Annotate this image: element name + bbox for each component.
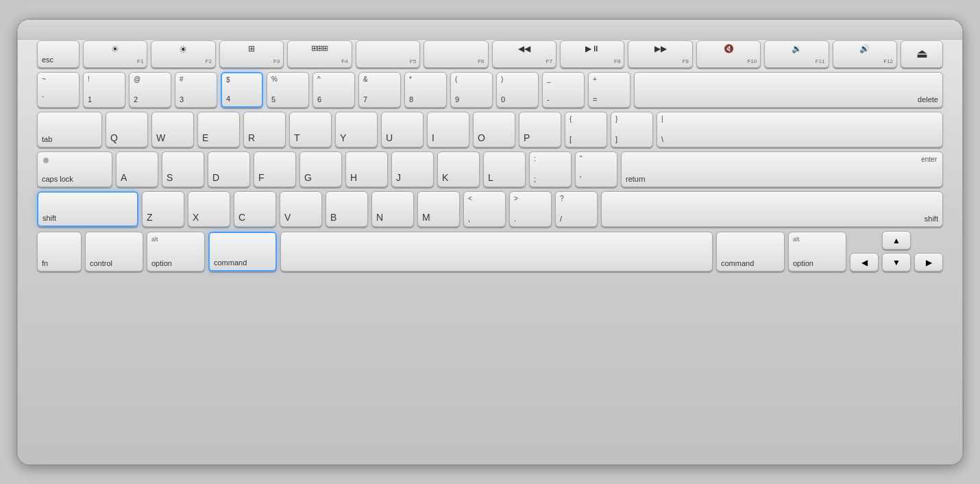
key-caps-lock[interactable]: caps lock (37, 152, 112, 187)
key-bracket-right[interactable]: } ] (611, 112, 653, 147)
key-z[interactable]: Z (142, 191, 184, 227)
key-p[interactable]: P (519, 112, 561, 147)
key-9[interactable]: ( 9 (450, 72, 493, 108)
key-quote[interactable]: " ' (575, 152, 617, 187)
key-j[interactable]: J (391, 152, 434, 187)
function-key-row: esc ☀ F1 ☀ F2 ⊞ F3 ⊞⊞⊞ F4 F5 F6 (37, 40, 943, 68)
key-m[interactable]: M (417, 191, 460, 227)
key-delete[interactable]: delete (634, 72, 943, 108)
key-i[interactable]: I (427, 112, 469, 147)
key-c[interactable]: C (234, 191, 276, 227)
key-8[interactable]: * 8 (404, 72, 447, 108)
key-5[interactable]: % 5 (267, 72, 309, 108)
key-command-right[interactable]: command (716, 232, 785, 271)
key-a[interactable]: A (116, 152, 158, 187)
qwerty-row: tab Q W E R T Y U I O P { [ } ] | \ (37, 112, 943, 147)
key-return[interactable]: enter return (621, 152, 943, 187)
key-arrow-up[interactable]: ▲ (882, 231, 911, 250)
key-w[interactable]: W (151, 112, 194, 147)
key-0[interactable]: ) 0 (496, 72, 539, 108)
key-arrow-left[interactable]: ◀ (850, 253, 879, 271)
key-slash[interactable]: ? / (555, 191, 598, 227)
key-f1[interactable]: ☀ F1 (83, 40, 147, 68)
key-shift-left[interactable]: shift (37, 191, 138, 227)
key-3[interactable]: # 3 (175, 72, 217, 108)
key-t[interactable]: T (289, 112, 332, 147)
key-x[interactable]: X (188, 191, 230, 227)
key-g[interactable]: G (299, 152, 342, 187)
key-arrow-right[interactable]: ▶ (914, 253, 943, 271)
key-minus[interactable]: _ - (542, 72, 585, 108)
keyboard: esc ☀ F1 ☀ F2 ⊞ F3 ⊞⊞⊞ F4 F5 F6 (17, 19, 963, 465)
key-r[interactable]: R (243, 112, 286, 147)
key-arrow-down[interactable]: ▼ (882, 253, 911, 271)
key-f[interactable]: F (254, 152, 296, 187)
zxcv-row: shift Z X C V B N M < , > . ? / shift (37, 191, 943, 227)
key-q[interactable]: Q (106, 112, 148, 147)
key-equals[interactable]: + = (588, 72, 630, 108)
key-eject[interactable]: ⏏ (901, 40, 943, 68)
key-k[interactable]: K (437, 152, 480, 187)
arrow-key-cluster: ▲ ◀ ▼ ▶ (850, 231, 943, 271)
key-b[interactable]: B (326, 191, 368, 227)
key-shift-right[interactable]: shift (601, 191, 943, 227)
key-v[interactable]: V (280, 191, 322, 227)
key-o[interactable]: O (473, 112, 515, 147)
key-f10[interactable]: 🔇 F10 (696, 40, 761, 68)
key-period[interactable]: > . (509, 191, 552, 227)
key-control[interactable]: control (85, 232, 143, 271)
key-1[interactable]: ! 1 (83, 72, 125, 108)
key-comma[interactable]: < , (463, 191, 506, 227)
key-f2[interactable]: ☀ F2 (151, 40, 215, 68)
key-2[interactable]: @ 2 (129, 72, 171, 108)
key-f7[interactable]: ◀◀ F7 (492, 40, 556, 68)
key-4[interactable]: $ 4 (221, 72, 263, 108)
key-s[interactable]: S (162, 152, 204, 187)
key-bracket-left[interactable]: { [ (565, 112, 607, 147)
key-n[interactable]: N (371, 191, 414, 227)
key-f5[interactable]: F5 (356, 40, 420, 68)
key-f9[interactable]: ▶▶ F9 (628, 40, 692, 68)
key-d[interactable]: D (208, 152, 250, 187)
key-e[interactable]: E (197, 112, 240, 147)
key-6[interactable]: ^ 6 (313, 72, 355, 108)
key-tab[interactable]: tab (37, 112, 102, 147)
key-f11[interactable]: 🔉 F11 (764, 40, 829, 68)
key-esc[interactable]: esc (37, 40, 79, 68)
caps-lock-indicator (43, 158, 49, 163)
key-f3[interactable]: ⊞ F3 (219, 40, 284, 68)
key-backtick[interactable]: ~ ` (37, 72, 79, 108)
key-backslash[interactable]: | \ (657, 112, 943, 147)
key-semicolon[interactable]: : ; (529, 152, 572, 187)
key-option-right[interactable]: alt option (788, 232, 846, 271)
key-fn[interactable]: fn (37, 232, 82, 271)
key-space[interactable] (280, 232, 713, 271)
key-option-left[interactable]: alt option (147, 232, 205, 271)
key-command-left[interactable]: command (208, 232, 277, 271)
key-7[interactable]: & 7 (358, 72, 401, 108)
bottom-row: fn control alt option command command al… (37, 231, 943, 271)
key-y[interactable]: Y (335, 112, 378, 147)
key-f4[interactable]: ⊞⊞⊞ F4 (287, 40, 352, 68)
key-f8[interactable]: ▶⏸ F8 (560, 40, 624, 68)
key-f12[interactable]: 🔊 F12 (833, 40, 897, 68)
asdf-row: caps lock A S D F G H J K L : ; " ' ente… (37, 152, 943, 187)
number-key-row: ~ ` ! 1 @ 2 # 3 $ 4 % 5 ^ 6 (37, 72, 943, 108)
key-f6[interactable]: F6 (424, 40, 488, 68)
key-h[interactable]: H (345, 152, 388, 187)
key-u[interactable]: U (381, 112, 424, 147)
key-l[interactable]: L (483, 152, 526, 187)
